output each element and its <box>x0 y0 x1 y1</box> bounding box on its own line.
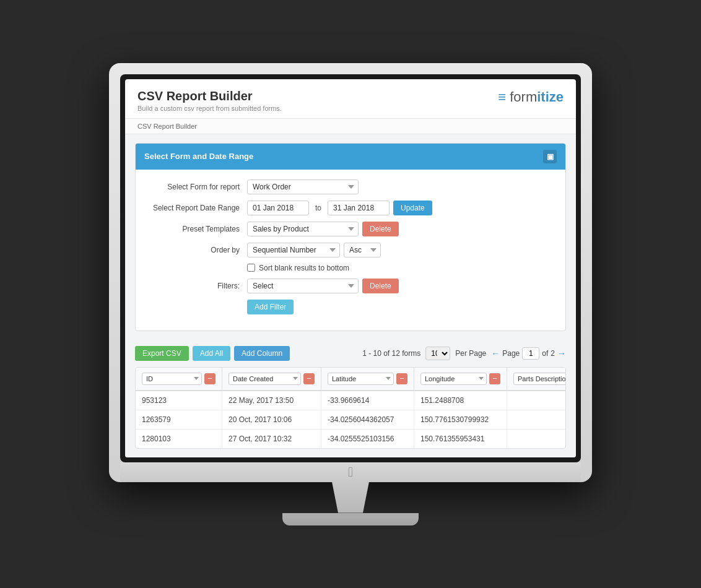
sort-blank-checkbox[interactable] <box>247 264 255 272</box>
order-dir-dropdown[interactable]: Asc Desc <box>344 243 381 257</box>
table-header-row: ID − Date Created − <box>136 368 565 391</box>
page-subtitle: Build a custom csv report from submitted… <box>137 105 282 112</box>
order-by-label: Order by <box>148 246 247 254</box>
main-content: Select Form and Date Range ▣ Select Form… <box>125 134 576 457</box>
breadcrumb: CSV Report Builder <box>125 119 576 134</box>
page-input[interactable] <box>522 347 539 360</box>
update-button[interactable]: Update <box>393 201 432 215</box>
order-by-dropdown[interactable]: Sequential Number Date Created ID <box>247 243 340 257</box>
app-header: CSV Report Builder Build a custom csv re… <box>125 79 576 119</box>
cell-id: 1263579 <box>136 410 222 429</box>
add-column-button[interactable]: Add Column <box>234 346 290 361</box>
cell-parts <box>507 430 565 448</box>
preset-dropdown[interactable]: Sales by Product Daily Summary Monthly R… <box>247 222 359 236</box>
date-range-row: Select Report Date Range to Update <box>148 201 553 215</box>
cell-parts <box>507 410 565 429</box>
toolbar-left: Export CSV Add All Add Column <box>135 346 290 361</box>
brand-text: formitize <box>510 89 564 105</box>
filters-label: Filters: <box>148 282 247 290</box>
page-total: 2 <box>551 349 555 358</box>
filters-row: Filters: Select Status Region Delete <box>148 279 553 293</box>
sort-blank-row: Sort blank results to bottom <box>247 264 553 272</box>
preset-row: Preset Templates Sales by Product Daily … <box>148 222 553 236</box>
monitor: CSV Report Builder Build a custom csv re… <box>109 63 592 482</box>
col-date-select[interactable]: Date Created <box>229 373 301 385</box>
section-title: Select Form and Date Range <box>144 152 253 161</box>
table-row: 1263579 20 Oct, 2017 10:06 -34.025604436… <box>136 410 565 430</box>
date-range-label: Select Report Date Range <box>148 204 247 212</box>
apple-logo:  <box>348 465 353 479</box>
screen-bezel: CSV Report Builder Build a custom csv re… <box>120 74 581 462</box>
cell-lng: 150.761355953431 <box>414 430 507 448</box>
order-by-row: Order by Sequential Number Date Created … <box>148 243 553 257</box>
filters-dropdown[interactable]: Select Status Region <box>247 279 359 293</box>
col-date-remove[interactable]: − <box>303 373 315 384</box>
date-separator: to <box>313 204 324 212</box>
monitor-stand-base <box>282 513 419 525</box>
filters-controls: Select Status Region Delete <box>247 279 553 293</box>
table-row: 953123 22 May, 2017 13:50 -33.9669614 15… <box>136 391 565 410</box>
delete-preset-button[interactable]: Delete <box>362 222 399 236</box>
col-header-lat: Latitude − <box>321 368 414 390</box>
cell-id: 953123 <box>136 391 222 410</box>
cell-parts <box>507 391 565 410</box>
table-row: 1280103 27 Oct, 2017 10:32 -34.025552510… <box>136 430 565 448</box>
add-filter-button[interactable]: Add Filter <box>247 300 294 314</box>
cell-lng: 150.7761530799932 <box>414 410 507 429</box>
date-to-input[interactable] <box>328 201 390 215</box>
header-left: CSV Report Builder Build a custom csv re… <box>137 89 282 112</box>
page-label: Page <box>502 349 520 358</box>
date-from-input[interactable] <box>247 201 309 215</box>
order-by-controls: Sequential Number Date Created ID Asc De… <box>247 243 553 257</box>
preset-controls: Sales by Product Daily Summary Monthly R… <box>247 222 553 236</box>
col-lat-select[interactable]: Latitude <box>328 373 394 385</box>
preset-label: Preset Templates <box>148 225 247 233</box>
col-header-date: Date Created − <box>222 368 321 390</box>
cell-lat: -34.0256044362057 <box>321 410 414 429</box>
select-form-row: Select Form for report Work Order Invoic… <box>148 179 553 194</box>
section-header: Select Form and Date Range ▣ <box>136 144 565 170</box>
monitor-stand-neck <box>320 482 381 513</box>
col-header-parts: Parts Description (partsDesc) − <box>507 368 566 390</box>
export-csv-button[interactable]: Export CSV <box>135 346 189 361</box>
data-table: ID − Date Created − <box>135 367 566 449</box>
date-range-controls: to Update <box>247 201 553 215</box>
col-header-lng: Longitude − <box>414 368 507 390</box>
cell-date: 27 Oct, 2017 10:32 <box>222 430 321 448</box>
col-parts-select[interactable]: Parts Description (partsDesc) <box>513 373 566 385</box>
cell-id: 1280103 <box>136 430 222 448</box>
page-of: of <box>542 349 548 358</box>
section-collapse-icon[interactable]: ▣ <box>543 150 557 163</box>
col-id-remove[interactable]: − <box>204 373 216 384</box>
cell-lat: -34.0255525103156 <box>321 430 414 448</box>
brand-icon: ≡ <box>498 89 506 105</box>
col-lat-remove[interactable]: − <box>396 373 407 384</box>
select-form-controls: Work Order Invoice Delivery <box>247 179 553 194</box>
page-info: ← Page of 2 → <box>491 347 566 360</box>
add-all-button[interactable]: Add All <box>193 346 230 361</box>
page-title: CSV Report Builder <box>137 89 282 103</box>
monitor-bottom:  <box>120 462 581 482</box>
section-body: Select Form for report Work Order Invoic… <box>136 170 565 331</box>
cell-lat: -33.9669614 <box>321 391 414 410</box>
per-page-label: Per Page <box>455 349 486 358</box>
per-page-select[interactable]: 10 25 50 100 <box>425 347 450 360</box>
add-filter-row: Add Filter <box>148 300 553 314</box>
select-form-dropdown[interactable]: Work Order Invoice Delivery <box>247 179 359 194</box>
select-form-label: Select Form for report <box>148 183 247 191</box>
pagination-info: 1 - 10 of 12 forms <box>362 349 420 358</box>
col-id-select[interactable]: ID <box>142 373 202 385</box>
table-rows-container: 953123 22 May, 2017 13:50 -33.9669614 15… <box>136 391 565 448</box>
cell-date: 22 May, 2017 13:50 <box>222 391 321 410</box>
screen: CSV Report Builder Build a custom csv re… <box>125 79 576 457</box>
brand-logo: ≡ formitize <box>498 89 564 105</box>
col-header-id: ID − <box>136 368 222 390</box>
cell-lng: 151.2488708 <box>414 391 507 410</box>
col-lng-remove[interactable]: − <box>489 373 500 384</box>
col-lng-select[interactable]: Longitude <box>420 373 487 385</box>
prev-page-arrow[interactable]: ← <box>491 348 500 358</box>
delete-filter-button[interactable]: Delete <box>362 279 399 293</box>
toolbar-right: 1 - 10 of 12 forms 10 25 50 100 Per Page… <box>362 347 566 360</box>
section-card: Select Form and Date Range ▣ Select Form… <box>135 143 566 331</box>
next-page-arrow[interactable]: → <box>557 348 566 358</box>
